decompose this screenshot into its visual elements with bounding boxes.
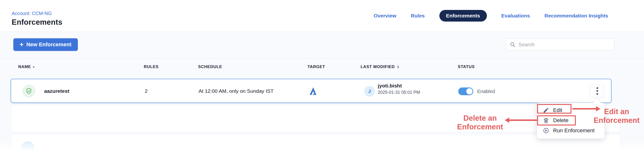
- tab-overview[interactable]: Overview: [374, 13, 396, 19]
- avatar: J: [364, 86, 375, 97]
- new-enforcement-button[interactable]: + New Enforcement: [13, 38, 78, 51]
- column-header-last-modified[interactable]: LAST MODIFIED ▲▼: [360, 64, 400, 69]
- table-row[interactable]: aazuretest 2 At 12:00 AM, only on Sunday…: [11, 79, 612, 103]
- status-label: Enabled: [477, 89, 495, 94]
- rules-count: 2: [145, 88, 148, 94]
- menu-item-run-enforcement[interactable]: Run Enforcement: [537, 126, 604, 136]
- page-header: Account: CCM-NG Enforcements Overview Ru…: [0, 0, 644, 32]
- table-row[interactable]: [12, 135, 620, 157]
- azure-icon: [308, 86, 318, 98]
- shield-check-icon: [25, 88, 32, 95]
- menu-item-label: Edit: [553, 107, 562, 114]
- schedule-text: At 12:00 AM, only on Sunday IST: [198, 88, 274, 94]
- kebab-icon: [596, 87, 598, 89]
- menu-caret: [593, 98, 601, 103]
- play-circle-icon: [543, 128, 549, 134]
- row-icon-circle: [21, 141, 34, 154]
- delete-annotation: Delete an Enforcement: [451, 114, 509, 131]
- tab-recommendation-insights[interactable]: Recommendation Insights: [544, 13, 608, 19]
- modified-by: jyoti.bisht: [378, 83, 402, 89]
- pencil-icon: [543, 107, 549, 114]
- table-header: NAME ▾ RULES SCHEDULE TARGET LAST MODIFI…: [0, 64, 644, 73]
- search-icon: [510, 42, 516, 48]
- column-label: NAME: [18, 64, 31, 69]
- delete-arrow-line: [509, 120, 537, 121]
- page-title: Enforcements: [12, 18, 62, 27]
- toggle-knob: [466, 88, 472, 94]
- table-row[interactable]: [12, 106, 620, 132]
- column-header-target: TARGET: [308, 64, 325, 69]
- column-header-schedule: SCHEDULE: [198, 64, 222, 69]
- row-actions-menu-button[interactable]: [590, 84, 605, 98]
- column-label: LAST MODIFIED: [360, 64, 395, 69]
- enforcements-page: Account: CCM-NG Enforcements Overview Ru…: [0, 0, 644, 157]
- sort-down-icon: ▾: [33, 65, 35, 69]
- breadcrumb[interactable]: Account: CCM-NG: [12, 11, 52, 16]
- modified-at: 2025-01-31 05:01 PM: [378, 90, 420, 95]
- tab-evaluations[interactable]: Evaluations: [502, 13, 530, 19]
- sort-both-icon: ▲▼: [397, 65, 400, 68]
- column-header-name[interactable]: NAME ▾: [18, 64, 35, 69]
- search-input[interactable]: [518, 42, 611, 48]
- plus-icon: +: [20, 42, 24, 48]
- enforcement-name: aazuretest: [44, 88, 69, 94]
- new-enforcement-label: New Enforcement: [26, 42, 72, 48]
- column-header-status: STATUS: [458, 64, 475, 69]
- edit-annotation: Edit an Enforcement: [590, 107, 643, 124]
- status-toggle[interactable]: [458, 88, 473, 95]
- toolbar-divider: [0, 58, 644, 58]
- column-label: TARGET: [308, 64, 325, 69]
- tab-rules[interactable]: Rules: [411, 13, 424, 19]
- trash-icon: [543, 117, 549, 124]
- column-label: STATUS: [458, 64, 475, 69]
- column-label: RULES: [144, 64, 158, 69]
- tab-enforcements[interactable]: Enforcements: [439, 10, 487, 22]
- column-header-rules: RULES: [144, 64, 158, 69]
- menu-item-label: Delete: [553, 117, 568, 124]
- search-box: [506, 38, 615, 51]
- column-label: SCHEDULE: [198, 64, 222, 69]
- enforcement-icon-circle: [22, 84, 36, 98]
- nav-tabs: Overview Rules Enforcements Evaluations …: [374, 0, 608, 32]
- menu-item-label: Run Enforcement: [553, 128, 594, 134]
